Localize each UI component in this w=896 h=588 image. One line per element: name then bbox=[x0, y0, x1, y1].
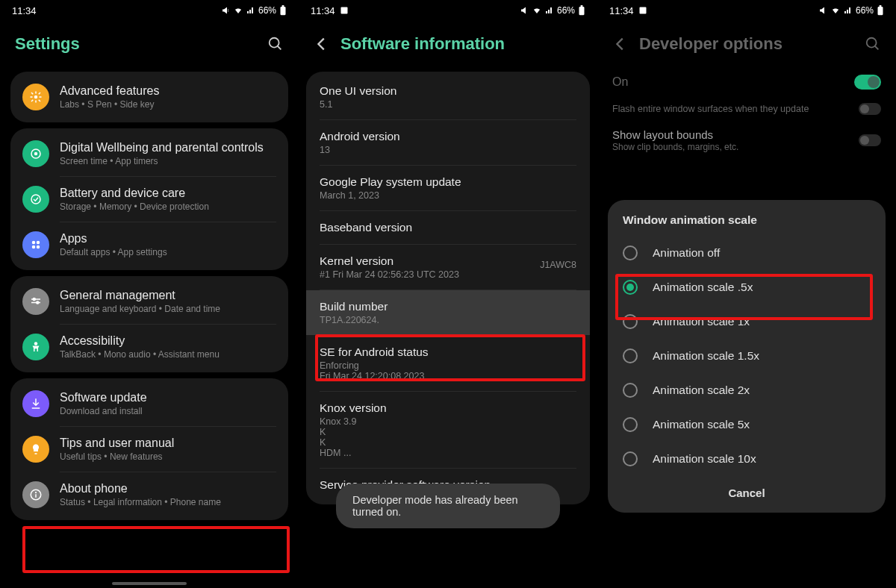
item-sub: Knox 3.9 bbox=[320, 416, 576, 427]
info-icon bbox=[22, 481, 49, 508]
info-se-android[interactable]: SE for Android statusEnforcingFri Mar 24… bbox=[306, 336, 590, 391]
item-sub: 5.1 bbox=[320, 99, 576, 110]
radio-icon bbox=[623, 245, 638, 260]
battery-icon bbox=[578, 5, 585, 16]
info-android-version[interactable]: Android version13 bbox=[306, 120, 590, 165]
svg-point-18 bbox=[35, 492, 37, 493]
dev-on-row[interactable]: On bbox=[597, 66, 896, 98]
item-sub: Download and install bbox=[60, 406, 276, 416]
radio-icon bbox=[623, 280, 638, 295]
highlight-about-phone bbox=[22, 526, 290, 573]
radio-label: Animation scale 10x bbox=[653, 452, 756, 466]
svg-line-27 bbox=[875, 46, 879, 50]
svg-point-7 bbox=[31, 195, 40, 204]
radio-label: Animation scale .5x bbox=[653, 281, 753, 294]
item-sub: TP1A.220624. bbox=[320, 315, 576, 325]
animation-scale-dialog: Window animation scale Animation off Ani… bbox=[608, 200, 886, 513]
item-label: About phone bbox=[60, 482, 276, 495]
cancel-button[interactable]: Cancel bbox=[608, 476, 886, 505]
info-build-number[interactable]: Build numberTP1A.220624. bbox=[306, 290, 590, 335]
svg-rect-19 bbox=[35, 494, 37, 498]
item-label: Software update bbox=[60, 391, 276, 404]
radio-animation-2x[interactable]: Animation scale 2x bbox=[608, 373, 886, 407]
signal-icon bbox=[246, 6, 255, 15]
search-icon[interactable] bbox=[865, 36, 881, 52]
apps-icon bbox=[22, 231, 49, 258]
item-label: Flash entire window surfaces when they u… bbox=[612, 104, 809, 114]
dialog-title: Window animation scale bbox=[608, 213, 886, 236]
radio-icon bbox=[623, 383, 638, 398]
svg-point-8 bbox=[32, 241, 36, 245]
sidebar-item-tips[interactable]: Tips and user manualUseful tips • New fe… bbox=[10, 427, 288, 472]
toggle-layout[interactable] bbox=[859, 134, 881, 146]
sidebar-item-about-phone[interactable]: About phoneStatus • Legal information • … bbox=[10, 472, 288, 517]
radio-label: Animation scale 1x bbox=[653, 315, 750, 328]
svg-rect-23 bbox=[639, 7, 646, 14]
info-kernel[interactable]: Kernel versionJ1AWC8#1 Fri Mar 24 02:56:… bbox=[306, 245, 590, 290]
person-icon bbox=[22, 334, 49, 360]
signal-icon bbox=[844, 6, 853, 15]
status-time: 11:34 bbox=[609, 5, 634, 16]
sidebar-item-accessibility[interactable]: AccessibilityTalkBack • Mono audio • Ass… bbox=[10, 325, 288, 369]
item-sub: 13 bbox=[320, 145, 576, 155]
svg-point-2 bbox=[270, 38, 279, 48]
item-sub: Language and keyboard • Date and time bbox=[60, 304, 276, 314]
dev-flash-row[interactable]: Flash entire window surfaces when they u… bbox=[597, 98, 896, 124]
settings-group-4: Software updateDownload and install Tips… bbox=[10, 378, 288, 520]
header: Settings bbox=[0, 21, 299, 66]
sidebar-item-advanced-features[interactable]: Advanced featuresLabs • S Pen • Side key bbox=[10, 75, 288, 119]
sidebar-item-apps[interactable]: AppsDefault apps • App settings bbox=[10, 222, 288, 267]
radio-animation-off[interactable]: Animation off bbox=[608, 236, 886, 270]
svg-point-16 bbox=[34, 342, 38, 345]
svg-rect-1 bbox=[282, 5, 284, 7]
item-label: Tips and user manual bbox=[60, 437, 276, 450]
header: Developer options bbox=[597, 21, 896, 66]
radio-icon bbox=[623, 348, 638, 363]
item-sub: Screen time • App timers bbox=[60, 156, 276, 166]
radio-animation-15x[interactable]: Animation scale 1.5x bbox=[608, 339, 886, 373]
svg-point-11 bbox=[37, 245, 40, 249]
radio-animation-5x[interactable]: Animation scale 5x bbox=[608, 407, 886, 442]
radio-animation-05x[interactable]: Animation scale .5x bbox=[608, 270, 886, 304]
settings-group-1: Advanced featuresLabs • S Pen • Side key bbox=[10, 72, 288, 122]
sidebar-item-software-update[interactable]: Software updateDownload and install bbox=[10, 381, 288, 426]
radio-animation-10x[interactable]: Animation scale 10x bbox=[608, 442, 886, 476]
item-sub2: K bbox=[320, 427, 576, 437]
sidebar-item-battery[interactable]: Battery and device careStorage • Memory … bbox=[10, 177, 288, 222]
item-sub: Storage • Memory • Device protection bbox=[60, 201, 276, 212]
sidebar-item-wellbeing[interactable]: Digital Wellbeing and parental controlsS… bbox=[10, 131, 288, 176]
toggle-on[interactable] bbox=[854, 75, 881, 90]
svg-point-6 bbox=[34, 152, 38, 156]
dev-on-label: On bbox=[612, 75, 628, 89]
info-one-ui[interactable]: One UI version5.1 bbox=[306, 75, 590, 119]
svg-point-10 bbox=[32, 245, 36, 249]
svg-point-4 bbox=[34, 96, 38, 99]
dev-layout-row[interactable]: Show layout bounds Show clip bounds, mar… bbox=[597, 124, 896, 161]
download-icon bbox=[22, 390, 49, 417]
nav-bar bbox=[112, 582, 187, 585]
image-icon bbox=[340, 6, 349, 15]
item-sub2: Fri Mar 24 12:20:08 2023 bbox=[320, 371, 576, 381]
sidebar-item-general[interactable]: General managementLanguage and keyboard … bbox=[10, 279, 288, 324]
toggle-flash[interactable] bbox=[859, 103, 881, 115]
info-baseband[interactable]: Baseband version bbox=[306, 211, 590, 244]
svg-point-9 bbox=[37, 241, 40, 245]
item-sub: TalkBack • Mono audio • Assistant menu bbox=[60, 349, 276, 360]
info-play-update[interactable]: Google Play system updateMarch 1, 2023 bbox=[306, 166, 590, 210]
svg-rect-21 bbox=[579, 7, 585, 15]
status-bar: 11:34 66% bbox=[0, 0, 299, 21]
item-sub: Status • Legal information • Phone name bbox=[60, 497, 276, 507]
back-icon[interactable] bbox=[612, 36, 629, 52]
gear-icon bbox=[22, 84, 49, 110]
item-label: General management bbox=[60, 289, 276, 302]
radio-animation-1x[interactable]: Animation scale 1x bbox=[608, 304, 886, 339]
svg-rect-0 bbox=[281, 7, 286, 15]
item-label: Knox version bbox=[320, 401, 576, 415]
item-label: Advanced features bbox=[60, 84, 276, 98]
info-knox[interactable]: Knox versionKnox 3.9KKHDM ... bbox=[306, 392, 590, 468]
wifi-icon bbox=[830, 6, 841, 15]
back-icon[interactable] bbox=[314, 36, 330, 52]
search-icon[interactable] bbox=[267, 36, 284, 52]
radio-label: Animation scale 1.5x bbox=[653, 349, 759, 363]
mute-icon bbox=[818, 6, 827, 15]
